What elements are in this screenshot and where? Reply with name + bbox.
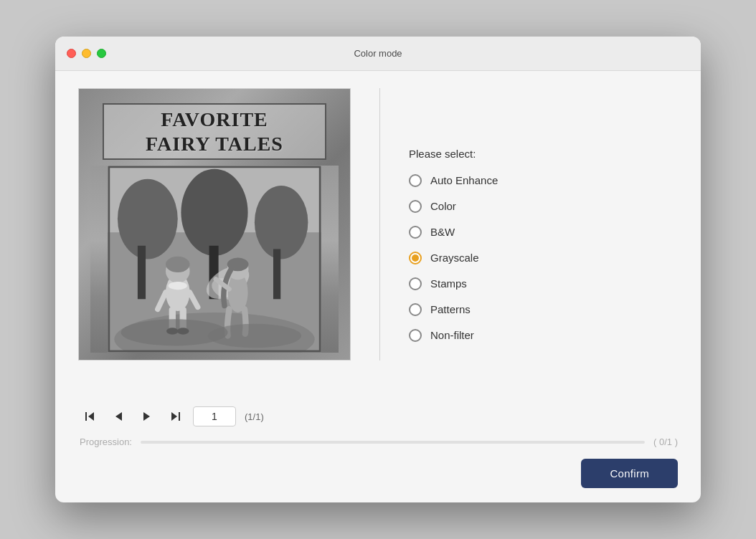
radio-group: Auto Enhance Color B&W Grayscale: [409, 174, 678, 342]
radio-circle-color[interactable]: [409, 200, 422, 213]
main-window: Color mode FAVORITE FAIRY TALES: [55, 37, 701, 502]
radio-item-stamps[interactable]: Stamps: [409, 277, 678, 290]
svg-point-2: [118, 179, 178, 259]
svg-point-12: [169, 282, 187, 290]
bottom-area: (1/1) Progression: ( 0/1 ) Confirm: [78, 405, 678, 488]
radio-circle-stamps[interactable]: [409, 277, 422, 290]
svg-rect-7: [273, 249, 280, 300]
radio-item-grayscale[interactable]: Grayscale: [409, 252, 678, 264]
svg-marker-31: [143, 412, 150, 421]
radio-item-patterns[interactable]: Patterns: [409, 303, 678, 316]
page-info: (1/1): [245, 411, 264, 422]
maximize-button[interactable]: [97, 49, 106, 58]
radio-circle-non-filter[interactable]: [409, 329, 422, 342]
radio-label-grayscale: Grayscale: [430, 252, 479, 264]
radio-circle-grayscale[interactable]: [409, 252, 422, 264]
progression-count: ( 0/1 ): [653, 437, 678, 447]
navigation-row: (1/1): [78, 405, 678, 428]
radio-circle-auto-enhance[interactable]: [409, 174, 422, 187]
prev-page-button[interactable]: [107, 405, 130, 428]
progression-bar: [141, 441, 645, 444]
radio-circle-patterns[interactable]: [409, 303, 422, 316]
radio-label-auto-enhance: Auto Enhance: [430, 174, 498, 186]
bottom-actions: Confirm: [78, 459, 678, 488]
image-container: FAVORITE FAIRY TALES: [78, 88, 351, 361]
next-page-button[interactable]: [136, 405, 159, 428]
minimize-button[interactable]: [82, 49, 91, 58]
main-content: FAVORITE FAIRY TALES: [55, 71, 701, 502]
book-cover: FAVORITE FAIRY TALES: [79, 89, 350, 360]
first-page-button[interactable]: [78, 405, 101, 428]
svg-marker-32: [171, 412, 177, 421]
svg-marker-30: [115, 412, 122, 421]
radio-label-patterns: Patterns: [430, 303, 471, 315]
radio-item-non-filter[interactable]: Non-filter: [409, 329, 678, 342]
radio-label-color: Color: [430, 200, 456, 212]
radio-label-non-filter: Non-filter: [430, 329, 474, 341]
svg-point-26: [208, 324, 301, 348]
confirm-button[interactable]: Confirm: [581, 459, 678, 488]
radio-label-bw: B&W: [430, 226, 455, 238]
radio-circle-bw[interactable]: [409, 226, 422, 239]
svg-marker-29: [88, 412, 94, 421]
book-illustration: [90, 166, 339, 353]
radio-item-auto-enhance[interactable]: Auto Enhance: [409, 174, 678, 187]
svg-point-4: [255, 186, 308, 259]
svg-rect-28: [85, 412, 87, 421]
svg-rect-33: [179, 412, 180, 421]
progression-label: Progression:: [80, 437, 132, 447]
title-bar-controls: [67, 49, 106, 58]
svg-point-11: [166, 257, 190, 272]
please-select-label: Please select:: [409, 148, 678, 160]
title-bar: Color mode: [55, 37, 701, 71]
last-page-button[interactable]: [164, 405, 187, 428]
svg-point-3: [181, 169, 247, 256]
svg-rect-5: [138, 246, 146, 300]
progression-row: Progression: ( 0/1 ): [78, 437, 678, 447]
window-title: Color mode: [354, 48, 402, 59]
close-button[interactable]: [67, 49, 76, 58]
radio-label-stamps: Stamps: [430, 277, 467, 290]
content-area: FAVORITE FAIRY TALES: [78, 88, 678, 393]
page-input[interactable]: [193, 406, 236, 426]
radio-item-bw[interactable]: B&W: [409, 226, 678, 239]
book-title: FAVORITE FAIRY TALES: [103, 103, 326, 160]
image-panel: FAVORITE FAIRY TALES: [78, 88, 351, 393]
radio-item-color[interactable]: Color: [409, 200, 678, 213]
panel-divider: [379, 88, 380, 361]
options-panel: Please select: Auto Enhance Color B&W: [409, 88, 678, 393]
